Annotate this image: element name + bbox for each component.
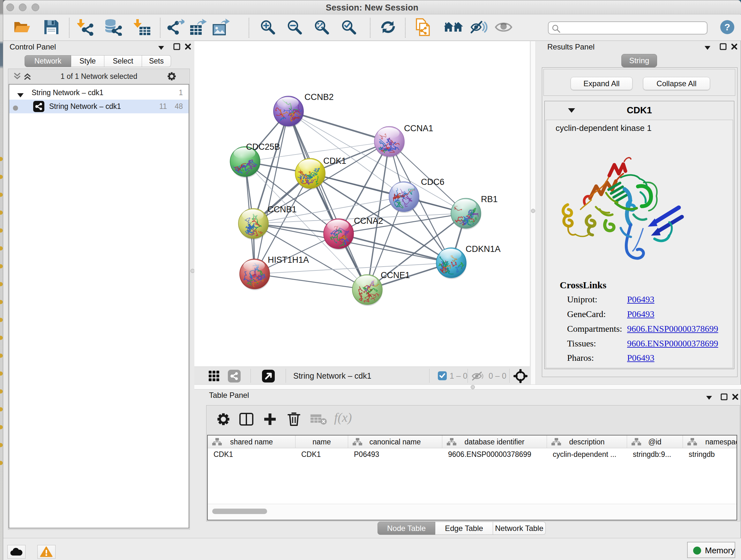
svg-text:RB1: RB1 <box>481 194 498 204</box>
table-panel-float-icon[interactable] <box>706 395 712 401</box>
tab-string[interactable]: String <box>621 54 657 67</box>
crosslink-label: GeneCard: <box>567 309 606 319</box>
network-tree: String Network – cdk1 1 <box>9 84 189 528</box>
selected-nodes-checkbox-icon[interactable] <box>437 371 447 382</box>
table-cell[interactable]: CDK1 <box>208 448 295 461</box>
table-cell[interactable]: cyclin-dependent ... <box>547 448 627 461</box>
control-panel-float-icon[interactable] <box>158 45 164 51</box>
clone-network-icon[interactable] <box>414 18 432 37</box>
export-image-icon[interactable] <box>212 18 230 37</box>
export-table-icon[interactable] <box>190 18 207 37</box>
column-header-shared-name[interactable]: shared name <box>208 435 295 448</box>
result-entry-header[interactable]: CDK1 <box>545 101 734 120</box>
results-panel-close-icon[interactable] <box>731 43 738 51</box>
control-panel-maximize-icon[interactable] <box>173 43 180 51</box>
network-row[interactable]: String Network – cdk1 11 48 <box>9 100 189 113</box>
right-splitter-handle[interactable] <box>531 209 535 213</box>
warnings-button[interactable] <box>37 545 56 559</box>
help-icon[interactable]: ? <box>720 19 735 36</box>
crosslink-genecard-link[interactable]: P06493 <box>627 309 655 319</box>
birdseye-grid-icon[interactable] <box>208 370 220 383</box>
column-header-description[interactable]: description <box>547 435 627 448</box>
apply-layout-icon[interactable] <box>380 18 397 37</box>
tab-network[interactable]: Network <box>24 55 71 67</box>
svg-text:CCNA1: CCNA1 <box>404 124 433 133</box>
import-table-from-file-icon[interactable] <box>134 18 151 37</box>
table-horizontal-scrollbar[interactable] <box>208 504 737 520</box>
hidden-counter: 0 – 0 <box>488 371 507 381</box>
svg-text:CCNA2: CCNA2 <box>354 216 383 226</box>
application-window: Session: New Session <box>3 0 741 560</box>
crosslink-compartments-link[interactable]: 9606.ENSP00000378699 <box>627 324 718 334</box>
tab-node-table[interactable]: Node Table <box>378 522 435 535</box>
show-selected-icon[interactable] <box>494 21 513 35</box>
table-cell[interactable]: stringdb:9... <box>627 448 683 461</box>
network-options-gear-icon[interactable] <box>166 71 177 83</box>
crosslink-tissues-link[interactable]: 9606.ENSP00000378699 <box>627 338 718 349</box>
hide-selected-icon[interactable] <box>470 20 488 36</box>
collapse-all-button[interactable]: Collapse All <box>643 77 710 90</box>
tab-sets[interactable]: Sets <box>142 55 171 67</box>
toolbar-separator <box>160 18 160 38</box>
cloud-button[interactable] <box>7 545 25 559</box>
table-panel: Table Panel <box>203 386 741 526</box>
table-settings-gear-icon[interactable] <box>216 412 231 428</box>
table-cell[interactable]: stringdb <box>683 448 737 461</box>
table-panel-close-icon[interactable] <box>732 393 739 401</box>
zoom-in-icon[interactable] <box>259 19 276 37</box>
share-network-icon[interactable] <box>228 370 241 384</box>
zoom-out-icon[interactable] <box>286 19 303 37</box>
crosslink-label: Pharos: <box>567 353 594 363</box>
table-split-columns-icon[interactable] <box>239 412 254 428</box>
network-canvas[interactable]: CCNB2CCNA1CDC25BCDK1CDC6RB1CCNB1CCNA2CDK… <box>194 41 530 367</box>
memory-button[interactable]: Memory <box>687 542 735 558</box>
crosslink-uniprot-link[interactable]: P06493 <box>627 294 655 305</box>
table-cell[interactable]: P06493 <box>348 448 442 461</box>
column-header-canonical-name[interactable]: canonical name <box>348 435 442 448</box>
column-header-namespace[interactable]: namespace <box>683 435 737 448</box>
tab-edge-table[interactable]: Edge Table <box>435 522 493 535</box>
tab-network-table[interactable]: Network Table <box>493 522 546 535</box>
home-view-icon[interactable] <box>443 20 464 36</box>
table-row[interactable]: CDK1CDK1P064939606.ENSP00000378699cyclin… <box>208 448 737 461</box>
zoom-fit-icon[interactable] <box>313 19 330 37</box>
network-collection-row[interactable]: String Network – cdk1 1 <box>9 86 189 100</box>
column-header-database-identifier[interactable]: database identifier <box>442 435 547 448</box>
save-session-icon[interactable] <box>43 19 60 37</box>
table-add-column-icon[interactable] <box>263 412 277 428</box>
hidden-eye-icon[interactable] <box>471 371 485 382</box>
table-cell[interactable]: 9606.ENSP00000378699 <box>442 448 547 461</box>
memory-status-dot <box>693 547 701 555</box>
collection-disclosure-icon[interactable] <box>17 91 23 99</box>
column-header-@id[interactable]: @id <box>627 435 683 448</box>
table-scrollbar-thumb[interactable] <box>212 509 267 514</box>
memory-label: Memory <box>705 546 735 556</box>
results-panel-maximize-icon[interactable] <box>720 43 727 51</box>
svg-text:HIST1H1A: HIST1H1A <box>268 255 309 265</box>
status-bar: Memory <box>3 538 741 560</box>
table-delete-trash-icon[interactable] <box>287 411 301 428</box>
expand-all-button[interactable]: Expand All <box>570 77 632 90</box>
table-panel-maximize-icon[interactable] <box>721 393 728 401</box>
open-in-new-window-icon[interactable] <box>262 370 275 384</box>
export-network-icon[interactable] <box>167 18 185 37</box>
zoom-selected-icon[interactable] <box>340 19 357 37</box>
crosslink-label: Uniprot: <box>567 294 597 305</box>
import-network-from-database-icon[interactable] <box>104 18 122 37</box>
toolbar-separator <box>286 369 286 383</box>
open-session-icon[interactable] <box>13 19 30 37</box>
results-panel-float-icon[interactable] <box>704 45 711 51</box>
main-toolbar: ? <box>3 15 741 41</box>
import-network-from-file-icon[interactable] <box>77 18 94 37</box>
control-panel-close-icon[interactable] <box>185 43 192 51</box>
search-input[interactable] <box>548 21 708 35</box>
crosslink-label: Compartments: <box>567 324 622 334</box>
tab-style[interactable]: Style <box>71 55 105 67</box>
control-panel: Control Panel Network Style Select Sets <box>4 42 192 530</box>
fit-content-crosshair-icon[interactable] <box>514 369 528 384</box>
column-header-name[interactable]: name <box>295 435 348 448</box>
tab-select[interactable]: Select <box>105 55 142 67</box>
table-cell[interactable]: CDK1 <box>295 448 348 461</box>
crosslink-pharos-link[interactable]: P06493 <box>627 353 655 363</box>
desktop-background-dots <box>0 150 3 473</box>
